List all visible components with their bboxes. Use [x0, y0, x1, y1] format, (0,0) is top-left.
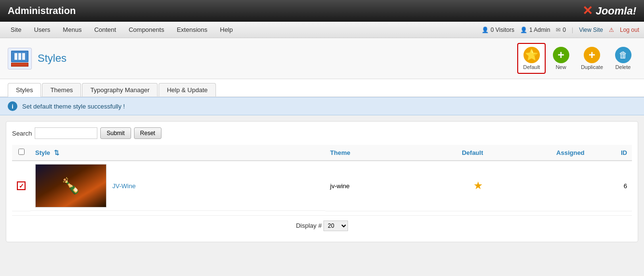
- row-checkbox-cell: [12, 161, 30, 211]
- style-name-link[interactable]: JV-Wine: [112, 182, 135, 190]
- toolbar-buttons: ⭐ Default + New + Duplicate 🗑 Delete: [517, 43, 636, 74]
- star-icon: ⭐: [523, 47, 540, 63]
- messages-info: ✉ 0: [556, 27, 566, 33]
- default-star-icon[interactable]: ★: [473, 179, 483, 192]
- new-button-label: New: [556, 64, 566, 70]
- visitors-count: 0 Visitors: [491, 27, 514, 33]
- visitors-icon: 👤: [482, 27, 489, 33]
- id-cell: 6: [590, 161, 632, 211]
- nav-item-menus[interactable]: Menus: [57, 23, 87, 36]
- joomla-logo-text: Joomla!: [596, 5, 636, 17]
- styles-table: Style ⇅ Theme Default Assigned ID 🍾: [12, 145, 632, 211]
- col-theme: Theme: [325, 145, 405, 161]
- navbar-right: 👤 0 Visitors 👤 1 Admin ✉ 0 | View Site ⚠…: [482, 27, 639, 33]
- info-icon: i: [8, 101, 17, 111]
- plus-icon-new: +: [553, 47, 569, 63]
- messages-count: 0: [563, 27, 566, 33]
- nav-divider-1: |: [572, 27, 573, 33]
- header: Administration ✕ Joomla!: [0, 0, 644, 22]
- tab-help-update[interactable]: Help & Update: [159, 83, 216, 97]
- select-all-checkbox[interactable]: [18, 149, 25, 155]
- toolbar: Styles ⭐ Default + New + Duplicate 🗑 Del…: [0, 38, 644, 79]
- nav-item-content[interactable]: Content: [88, 23, 122, 36]
- delete-button[interactable]: 🗑 Delete: [610, 44, 636, 73]
- logout-icon: ⚠: [609, 27, 614, 33]
- display-bar: Display # 5 10 15 20 25 30 50 100 All: [12, 215, 632, 236]
- admin-icon: 👤: [520, 27, 527, 33]
- main-content: Search Submit Reset Style ⇅ Theme Defaul…: [6, 121, 638, 242]
- tab-styles[interactable]: Styles: [8, 83, 41, 97]
- trash-icon: 🗑: [615, 47, 631, 63]
- plus-icon-duplicate: +: [584, 47, 600, 63]
- row-checkbox-checked[interactable]: [17, 181, 26, 190]
- sort-icon[interactable]: ⇅: [54, 149, 59, 156]
- search-input[interactable]: [35, 127, 97, 139]
- display-select[interactable]: 5 10 15 20 25 30 50 100 All: [323, 221, 348, 231]
- default-button[interactable]: ⭐ Default: [517, 43, 546, 74]
- col-checkbox: [12, 145, 30, 161]
- sub-tabs: Styles Themes Typography Manager Help & …: [0, 79, 644, 97]
- tab-typography-manager[interactable]: Typography Manager: [82, 83, 158, 97]
- new-button[interactable]: + New: [548, 44, 574, 73]
- navbar: Site Users Menus Content Components Exte…: [0, 22, 644, 38]
- admins-count: 1 Admin: [529, 27, 550, 33]
- joomla-logo: ✕ Joomla!: [582, 3, 636, 18]
- nav-item-extensions[interactable]: Extensions: [171, 23, 214, 36]
- navbar-left: Site Users Menus Content Components Exte…: [5, 23, 239, 36]
- display-label: Display #: [296, 222, 322, 229]
- col-assigned: Assigned: [488, 145, 589, 161]
- table-row: 🍾 JV-Wine jv-wine ★ 6: [12, 161, 632, 211]
- search-label: Search: [12, 130, 32, 137]
- nav-item-users[interactable]: Users: [28, 23, 56, 36]
- visitors-info: 👤 0 Visitors: [482, 27, 514, 33]
- page-title-section: Styles: [8, 48, 67, 69]
- theme-cell: jv-wine: [325, 161, 405, 211]
- col-default: Default: [405, 145, 488, 161]
- col-style: Style ⇅: [30, 145, 325, 161]
- logout-button[interactable]: Log out: [620, 27, 639, 33]
- page-title: Styles: [38, 52, 67, 65]
- messages-icon: ✉: [556, 27, 561, 33]
- joomla-x-icon: ✕: [582, 3, 593, 18]
- search-submit-button[interactable]: Submit: [100, 127, 131, 139]
- nav-item-components[interactable]: Components: [123, 23, 170, 36]
- nav-item-help[interactable]: Help: [214, 23, 239, 36]
- style-thumbnail: 🍾: [35, 164, 107, 207]
- page-icon: [8, 48, 32, 69]
- search-reset-button[interactable]: Reset: [134, 127, 161, 139]
- default-button-label: Default: [523, 64, 540, 70]
- duplicate-button[interactable]: + Duplicate: [576, 44, 608, 73]
- tab-themes[interactable]: Themes: [42, 83, 81, 97]
- col-id: ID: [590, 145, 632, 161]
- info-banner: i Set default theme style successfully !: [0, 97, 644, 115]
- info-message: Set default theme style successfully !: [22, 103, 125, 110]
- delete-button-label: Delete: [616, 64, 631, 70]
- assigned-cell: [488, 161, 589, 211]
- default-cell: ★: [405, 161, 488, 211]
- style-cell: 🍾 JV-Wine: [30, 161, 325, 211]
- nav-item-site[interactable]: Site: [5, 23, 27, 36]
- duplicate-button-label: Duplicate: [581, 64, 603, 70]
- view-site-link[interactable]: View Site: [579, 27, 603, 33]
- admin-title: Administration: [8, 5, 76, 16]
- admins-info: 👤 1 Admin: [520, 27, 550, 33]
- search-bar: Search Submit Reset: [12, 127, 632, 139]
